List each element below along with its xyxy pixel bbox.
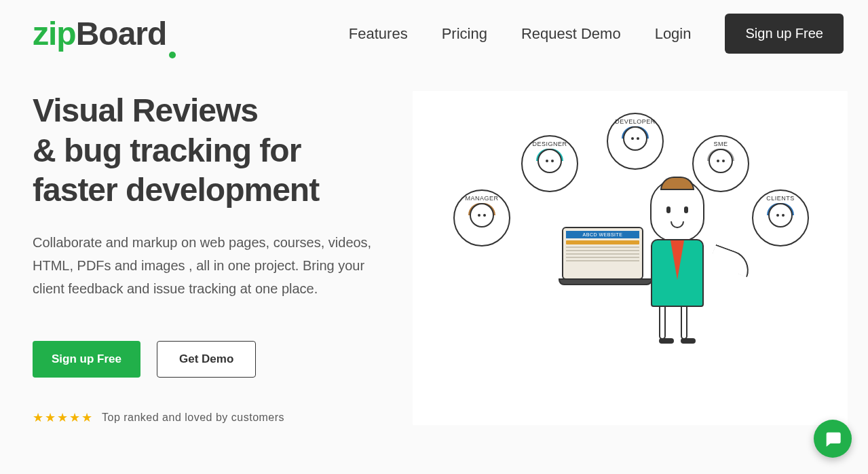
hero-illustration: MANAGER DESIGNER DEVELOPER SME CLIENTS	[413, 91, 848, 425]
avatar-face-icon	[470, 203, 494, 227]
hero-signup-button[interactable]: Sign up Free	[33, 341, 140, 378]
avatar-label: CLIENTS	[766, 195, 795, 202]
chat-icon	[823, 429, 842, 448]
rating-text: Top ranked and loved by customers	[102, 412, 284, 424]
avatar-developer: DEVELOPER	[607, 113, 664, 170]
hero-getdemo-button[interactable]: Get Demo	[157, 341, 256, 378]
rating-stars: ★ ★ ★ ★ ★	[33, 410, 92, 425]
avatar-face-icon	[709, 149, 733, 173]
star-icon: ★	[45, 410, 56, 425]
avatar-face-icon	[623, 126, 647, 151]
avatar-designer: DESIGNER	[521, 135, 578, 192]
main-character-icon	[616, 179, 738, 356]
avatar-face-icon	[537, 149, 562, 173]
hero-title-line1: Visual Reviews	[33, 92, 258, 128]
star-icon: ★	[69, 410, 80, 425]
nav-login[interactable]: Login	[655, 25, 692, 43]
star-icon: ★	[57, 410, 68, 425]
logo-part2: Board	[76, 16, 167, 52]
avatar-face-icon	[768, 203, 793, 227]
star-icon: ★	[81, 410, 92, 425]
hero-subtitle: Collaborate and markup on web pages, cou…	[33, 231, 385, 300]
hero-title-line2: & bug tracking for	[33, 132, 301, 168]
nav-pricing[interactable]: Pricing	[442, 25, 487, 43]
avatar-clients: CLIENTS	[752, 189, 809, 247]
logo[interactable]: zipBoard	[33, 18, 176, 50]
logo-part1: zip	[33, 16, 76, 52]
star-icon: ★	[33, 410, 43, 425]
avatar-label: DEVELOPER	[615, 118, 656, 125]
nav-signup-button[interactable]: Sign up Free	[725, 14, 844, 54]
nav-features[interactable]: Features	[349, 25, 408, 43]
logo-dot-icon	[169, 52, 176, 58]
avatar-label: SME	[713, 141, 728, 147]
rating-row: ★ ★ ★ ★ ★ Top ranked and loved by custom…	[33, 410, 399, 425]
nav-request-demo[interactable]: Request Demo	[521, 25, 621, 43]
avatar-manager: MANAGER	[453, 189, 510, 247]
avatar-label: MANAGER	[465, 195, 498, 202]
avatar-label: DESIGNER	[532, 141, 567, 147]
hero-title: Visual Reviews & bug tracking for faster…	[33, 91, 399, 211]
chat-launcher-button[interactable]	[814, 420, 852, 458]
main-nav: Features Pricing Request Demo Login Sign…	[349, 14, 844, 54]
hero-title-line3: faster development	[33, 172, 319, 208]
